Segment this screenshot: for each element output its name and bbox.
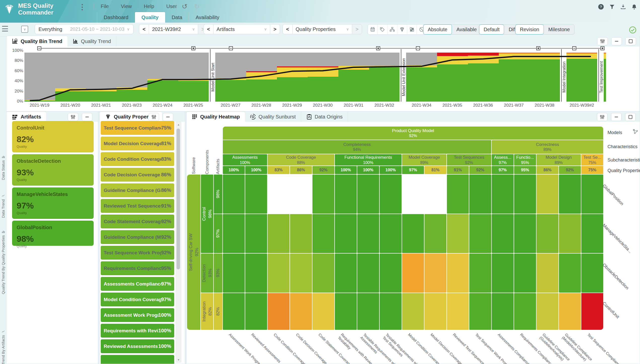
rail-quality-trend-by-quality-properties[interactable]: Quality Trend By Quality Properties [0, 230, 6, 294]
heatmap-cell[interactable] [581, 254, 603, 293]
heatmap-cell[interactable] [469, 254, 491, 293]
heatmap-cell[interactable] [514, 214, 536, 253]
dim1-prev-button[interactable]: < [203, 24, 214, 34]
maximize-panel-button[interactable] [625, 113, 636, 121]
scroll-up-icon[interactable]: ▲ [176, 123, 181, 126]
quality-property-row-assessment-work-progre-[interactable]: Assessment Work Progre...100% [101, 308, 174, 322]
tab-quality-heatmap[interactable]: Quality Heatmap [187, 112, 245, 122]
trend-bar-2021-W30[interactable] [308, 53, 338, 102]
help-icon[interactable]: ? [598, 4, 604, 10]
heatmap-cell[interactable] [559, 175, 581, 214]
quality-property-row-code-condition-coverage[interactable]: Code Condition Coverage83% [101, 152, 174, 166]
heatmap-cell[interactable] [357, 254, 379, 293]
trend-bar-2021-W21[interactable] [86, 53, 116, 102]
quality-property-row-code-statement-coverage[interactable]: Code Statement Coverage92% [101, 215, 174, 228]
subcharacteristic[interactable]: Model Coverage89% [402, 154, 446, 166]
phase-marker-dot[interactable] [600, 46, 605, 50]
week-prev-button[interactable]: < [139, 24, 149, 34]
heatmap-cell[interactable] [424, 293, 446, 330]
heatmap-cell[interactable] [492, 214, 514, 253]
qp-pct-cell[interactable]: 95% [514, 166, 536, 174]
hamburger-menu-icon[interactable] [2, 26, 8, 31]
qp-pct-cell[interactable]: 92% [469, 166, 491, 174]
heatmap-cell[interactable] [357, 175, 379, 214]
toggle-available[interactable]: Available [452, 24, 481, 34]
qp-pct-cell[interactable]: 100% [335, 166, 357, 174]
rail-quality-trend-by-artifacts[interactable]: Quality Trend By Artifacts [0, 330, 6, 364]
scroll-down-icon[interactable]: ▼ [176, 358, 181, 361]
quality-property-row-partial[interactable] [101, 355, 174, 364]
tab-availability[interactable]: Availability [189, 12, 226, 23]
component-control[interactable]: Control98% [201, 175, 213, 253]
software-cell[interactable]: Self-driving Car SW92% [187, 175, 200, 330]
quality-property-row-reviewed-test-sequences[interactable]: Reviewed Test Sequences91% [101, 199, 174, 213]
subcharacteristic[interactable]: Test Sequences92% [447, 154, 491, 166]
heatmap-cell[interactable] [380, 293, 402, 330]
chart-settings-button[interactable] [597, 37, 608, 45]
characteristic-completeness[interactable]: Completeness94% [223, 140, 491, 154]
phase-marker-dot[interactable] [191, 46, 195, 50]
selection-checkbox[interactable]: ∨ [21, 26, 28, 33]
trend-bar-2021-W34[interactable] [406, 53, 437, 102]
heatmap-cell[interactable] [537, 175, 558, 214]
trend-bar-2021-W25[interactable] [178, 53, 208, 102]
quality-property-row-model-condition-coverage[interactable]: Model Condition Coverage97% [101, 293, 174, 306]
heatmap-cell[interactable] [514, 175, 536, 214]
grid-layout-icon[interactable] [407, 24, 417, 34]
tab-quality-trend[interactable]: Quality Trend [67, 36, 116, 47]
heatmap-cell[interactable] [223, 293, 245, 330]
qp-pct-cell[interactable]: 100% [380, 166, 402, 174]
quality-property-row-code-decision-coverage[interactable]: Code Decision Coverage86% [101, 168, 174, 182]
quality-property-row-test-sequence-compliance[interactable]: Test Sequence Compliance75% [101, 121, 174, 135]
heatmap-cell[interactable] [268, 254, 290, 293]
heatmap-cell[interactable] [290, 214, 312, 253]
heatmap-cell[interactable] [223, 175, 245, 214]
tag-icon[interactable] [377, 24, 387, 34]
subcharacteristic[interactable]: Test Se...75% [581, 154, 603, 166]
tab-data[interactable]: Data [165, 12, 189, 23]
phase-marker-dot[interactable] [536, 46, 540, 50]
menu-file[interactable]: File [101, 4, 109, 9]
heatmap-cell[interactable] [335, 175, 357, 214]
tab-data-origins[interactable]: Data Origins [301, 112, 348, 122]
quality-property-row-reviewed-assessments[interactable]: Reviewed Assessments100% [101, 339, 174, 353]
artifact-pct-cell[interactable]: 98% [214, 175, 222, 214]
toggle-default[interactable]: Default [479, 24, 504, 34]
heatmap-cell[interactable] [402, 254, 424, 293]
artifact-card-ControlUnit[interactable]: ControlUnit82%Quality [12, 121, 94, 152]
qp-pct-cell[interactable]: 75% [581, 166, 603, 174]
gem-icon[interactable] [397, 24, 407, 34]
subcharacteristic[interactable]: Model Design89% [537, 154, 581, 166]
heatmap-cell[interactable] [335, 254, 357, 293]
collapse-panel-button[interactable] [163, 113, 173, 121]
heatmap-cell[interactable] [447, 214, 469, 253]
heatmap-cell[interactable] [312, 254, 334, 293]
maximize-panel-button[interactable] [625, 37, 636, 45]
subcharacteristic[interactable]: Assess...97% [492, 154, 514, 166]
phase-marker-minus[interactable] [37, 46, 41, 50]
hierarchy-icon[interactable] [387, 24, 397, 34]
heatmap-cell[interactable] [245, 254, 267, 293]
panel-settings-button[interactable] [597, 113, 608, 121]
artifact-card-ObstacleDetection[interactable]: ObstacleDetection93%Quality [12, 154, 94, 186]
quality-property-row-guideline-compliance-g-[interactable]: Guideline Compliance (G...86% [101, 183, 174, 197]
heatmap-cell[interactable] [469, 293, 491, 330]
menu-user[interactable]: User [166, 4, 177, 9]
qp-pct-cell[interactable]: 100% [245, 166, 267, 174]
heatmap-cell[interactable] [380, 254, 402, 293]
tab-artifacts[interactable]: Artifacts [7, 112, 46, 122]
menu-view[interactable]: View [121, 4, 132, 9]
heatmap-cell[interactable] [357, 214, 379, 253]
phase-marker-minus[interactable] [416, 46, 420, 50]
trend-bar-2021-W27[interactable] [216, 53, 246, 102]
trend-bar-2021-W29[interactable] [277, 53, 307, 102]
quality-property-row-guideline-compliance-m-[interactable]: Guideline Compliance (M...92% [101, 230, 174, 244]
panel-settings-button[interactable] [68, 113, 78, 121]
heatmap-cell[interactable] [245, 293, 267, 330]
artifact-pct-cell[interactable]: 97% [214, 214, 222, 253]
phase-marker-minus[interactable] [229, 46, 233, 50]
quality-property-row-assessments-compliance[interactable]: Assessments Compliance97% [101, 277, 174, 291]
trend-bar-2021-W38[interactable] [529, 53, 560, 102]
heatmap-cell[interactable] [245, 175, 267, 214]
artifact-pct-cell[interactable]: 93% [214, 254, 222, 293]
